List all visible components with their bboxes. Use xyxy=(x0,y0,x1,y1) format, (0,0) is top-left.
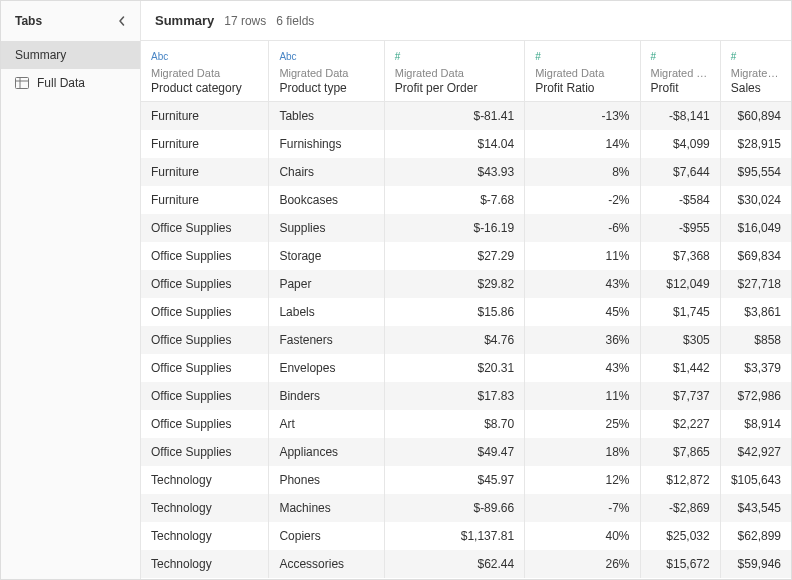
sidebar: Tabs Summary Full Data xyxy=(1,1,141,579)
table-cell: $15.86 xyxy=(385,298,525,326)
table-row[interactable]: Office SuppliesArt$8.7025%$2,227$8,914 xyxy=(141,410,791,438)
table-cell: 45% xyxy=(525,298,640,326)
table-cell: $30,024 xyxy=(721,186,791,214)
table-cell: Furniture xyxy=(141,102,269,130)
table-cell: 8% xyxy=(525,158,640,186)
table-cell: $-16.19 xyxy=(385,214,525,242)
column-header[interactable]: #Migrated DataProfit Ratio xyxy=(525,41,640,102)
table-cell: -6% xyxy=(525,214,640,242)
table-row[interactable]: FurnitureTables$-81.41-13%-$8,141$60,894 xyxy=(141,102,791,130)
main-header: Summary 17 rows 6 fields xyxy=(141,1,791,41)
table-cell: $12,049 xyxy=(641,270,721,298)
column-source: Migrated Data xyxy=(395,67,514,79)
table-cell: 36% xyxy=(525,326,640,354)
table-cell: Furnishings xyxy=(269,130,384,158)
table-cell: $42,927 xyxy=(721,438,791,466)
table-row[interactable]: Office SuppliesPaper$29.8243%$12,049$27,… xyxy=(141,270,791,298)
table-cell: $45.97 xyxy=(385,466,525,494)
table-cell: $20.31 xyxy=(385,354,525,382)
column-header[interactable]: AbcMigrated DataProduct type xyxy=(269,41,384,102)
table-cell: Furniture xyxy=(141,186,269,214)
table-row[interactable]: Office SuppliesEnvelopes$20.3143%$1,442$… xyxy=(141,354,791,382)
table-cell: Accessories xyxy=(269,550,384,578)
column-header[interactable]: #Migrated D...Sales xyxy=(721,41,791,102)
table-cell: $25,032 xyxy=(641,522,721,550)
table-cell: -13% xyxy=(525,102,640,130)
table-cell: 25% xyxy=(525,410,640,438)
table-cell: Technology xyxy=(141,494,269,522)
column-name: Profit Ratio xyxy=(535,81,629,95)
table-cell: Technology xyxy=(141,466,269,494)
table-row[interactable]: TechnologyPhones$45.9712%$12,872$105,643 xyxy=(141,466,791,494)
table-cell: Bookcases xyxy=(269,186,384,214)
table-row[interactable]: Office SuppliesAppliances$49.4718%$7,865… xyxy=(141,438,791,466)
column-source: Migrated Data xyxy=(535,67,629,79)
table-icon xyxy=(15,77,29,89)
table-cell: $1,137.81 xyxy=(385,522,525,550)
table-cell: -2% xyxy=(525,186,640,214)
table-cell: $49.47 xyxy=(385,438,525,466)
table-cell: $105,643 xyxy=(721,466,791,494)
number-type-icon: # xyxy=(395,51,401,62)
table-cell: Technology xyxy=(141,550,269,578)
table-cell: $-81.41 xyxy=(385,102,525,130)
table-cell: Envelopes xyxy=(269,354,384,382)
text-type-icon: Abc xyxy=(151,51,168,62)
table-cell: Tables xyxy=(269,102,384,130)
sidebar-title: Tabs xyxy=(15,14,42,28)
column-name: Profit xyxy=(651,81,710,95)
column-header[interactable]: #Migrated DataProfit per Order xyxy=(385,41,525,102)
table-cell: $60,894 xyxy=(721,102,791,130)
column-name: Product category xyxy=(151,81,258,95)
table-row[interactable]: TechnologyAccessories$62.4426%$15,672$59… xyxy=(141,550,791,578)
table-cell: $3,861 xyxy=(721,298,791,326)
table-cell: Fasteners xyxy=(269,326,384,354)
table-row[interactable]: FurnitureFurnishings$14.0414%$4,099$28,9… xyxy=(141,130,791,158)
table-cell: $8,914 xyxy=(721,410,791,438)
table-cell: $43.93 xyxy=(385,158,525,186)
table-cell: $305 xyxy=(641,326,721,354)
table-cell: -$584 xyxy=(641,186,721,214)
collapse-sidebar-button[interactable] xyxy=(114,13,130,29)
svg-rect-0 xyxy=(16,78,29,89)
table-cell: Office Supplies xyxy=(141,354,269,382)
table-row[interactable]: Office SuppliesLabels$15.8645%$1,745$3,8… xyxy=(141,298,791,326)
table-cell: $3,379 xyxy=(721,354,791,382)
column-source: Migrated Data xyxy=(279,67,373,79)
table-cell: $27.29 xyxy=(385,242,525,270)
table-row[interactable]: Office SuppliesFasteners$4.7636%$305$858 xyxy=(141,326,791,354)
row-count: 17 rows xyxy=(224,14,266,28)
table-cell: $2,227 xyxy=(641,410,721,438)
table-cell: Office Supplies xyxy=(141,298,269,326)
table-row[interactable]: FurnitureChairs$43.938%$7,644$95,554 xyxy=(141,158,791,186)
table-cell: Binders xyxy=(269,382,384,410)
column-source: Migrated Data xyxy=(151,67,258,79)
column-source: Migrated D... xyxy=(651,67,710,79)
table-cell: $1,745 xyxy=(641,298,721,326)
table-cell: $858 xyxy=(721,326,791,354)
table-cell: 26% xyxy=(525,550,640,578)
table-cell: 11% xyxy=(525,382,640,410)
table-cell: Furniture xyxy=(141,158,269,186)
table-cell: $27,718 xyxy=(721,270,791,298)
column-header[interactable]: #Migrated D...Profit xyxy=(641,41,721,102)
table-row[interactable]: Office SuppliesBinders$17.8311%$7,737$72… xyxy=(141,382,791,410)
column-source: Migrated D... xyxy=(731,67,781,79)
table-row[interactable]: TechnologyMachines$-89.66-7%-$2,869$43,5… xyxy=(141,494,791,522)
sidebar-item-full-data[interactable]: Full Data xyxy=(1,69,140,97)
table-cell: $-89.66 xyxy=(385,494,525,522)
table-cell: Paper xyxy=(269,270,384,298)
table-row[interactable]: TechnologyCopiers$1,137.8140%$25,032$62,… xyxy=(141,522,791,550)
table-cell: $43,545 xyxy=(721,494,791,522)
table-row[interactable]: FurnitureBookcases$-7.68-2%-$584$30,024 xyxy=(141,186,791,214)
column-header[interactable]: AbcMigrated DataProduct category xyxy=(141,41,269,102)
table-cell: 43% xyxy=(525,354,640,382)
sidebar-item-summary[interactable]: Summary xyxy=(1,41,140,69)
table-cell: Furniture xyxy=(141,130,269,158)
table-cell: -7% xyxy=(525,494,640,522)
number-type-icon: # xyxy=(731,51,737,62)
text-type-icon: Abc xyxy=(279,51,296,62)
table-row[interactable]: Office SuppliesStorage$27.2911%$7,368$69… xyxy=(141,242,791,270)
table-row[interactable]: Office SuppliesSupplies$-16.19-6%-$955$1… xyxy=(141,214,791,242)
table-scroll[interactable]: AbcMigrated DataProduct categoryAbcMigra… xyxy=(141,41,791,579)
